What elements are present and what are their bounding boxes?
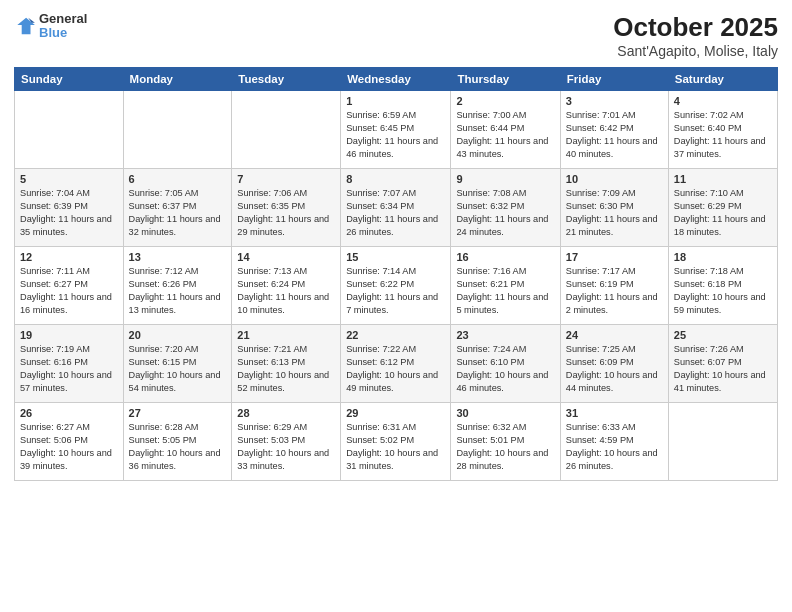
calendar-cell: 16Sunrise: 7:16 AM Sunset: 6:21 PM Dayli… (451, 247, 560, 325)
day-number: 26 (20, 407, 118, 419)
day-info: Sunrise: 7:13 AM Sunset: 6:24 PM Dayligh… (237, 265, 335, 317)
calendar-cell: 5Sunrise: 7:04 AM Sunset: 6:39 PM Daylig… (15, 169, 124, 247)
day-number: 9 (456, 173, 554, 185)
day-number: 7 (237, 173, 335, 185)
day-info: Sunrise: 7:05 AM Sunset: 6:37 PM Dayligh… (129, 187, 227, 239)
day-info: Sunrise: 6:29 AM Sunset: 5:03 PM Dayligh… (237, 421, 335, 473)
day-info: Sunrise: 7:12 AM Sunset: 6:26 PM Dayligh… (129, 265, 227, 317)
page: General Blue October 2025 Sant'Agapito, … (0, 0, 792, 612)
day-header-friday: Friday (560, 68, 668, 91)
calendar-cell: 30Sunrise: 6:32 AM Sunset: 5:01 PM Dayli… (451, 403, 560, 481)
calendar-cell: 8Sunrise: 7:07 AM Sunset: 6:34 PM Daylig… (341, 169, 451, 247)
day-info: Sunrise: 7:19 AM Sunset: 6:16 PM Dayligh… (20, 343, 118, 395)
calendar-cell: 2Sunrise: 7:00 AM Sunset: 6:44 PM Daylig… (451, 91, 560, 169)
day-number: 12 (20, 251, 118, 263)
day-number: 23 (456, 329, 554, 341)
calendar-cell: 29Sunrise: 6:31 AM Sunset: 5:02 PM Dayli… (341, 403, 451, 481)
calendar-cell: 22Sunrise: 7:22 AM Sunset: 6:12 PM Dayli… (341, 325, 451, 403)
calendar-week-4: 19Sunrise: 7:19 AM Sunset: 6:16 PM Dayli… (15, 325, 778, 403)
day-number: 11 (674, 173, 772, 185)
svg-marker-0 (17, 18, 35, 35)
day-number: 31 (566, 407, 663, 419)
calendar-cell: 31Sunrise: 6:33 AM Sunset: 4:59 PM Dayli… (560, 403, 668, 481)
day-number: 25 (674, 329, 772, 341)
day-number: 19 (20, 329, 118, 341)
day-number: 20 (129, 329, 227, 341)
day-header-wednesday: Wednesday (341, 68, 451, 91)
calendar-cell: 9Sunrise: 7:08 AM Sunset: 6:32 PM Daylig… (451, 169, 560, 247)
day-number: 6 (129, 173, 227, 185)
logo-icon (14, 15, 36, 37)
day-info: Sunrise: 7:09 AM Sunset: 6:30 PM Dayligh… (566, 187, 663, 239)
calendar-cell: 10Sunrise: 7:09 AM Sunset: 6:30 PM Dayli… (560, 169, 668, 247)
day-info: Sunrise: 7:22 AM Sunset: 6:12 PM Dayligh… (346, 343, 445, 395)
logo-line2: Blue (39, 26, 87, 40)
calendar-week-1: 1Sunrise: 6:59 AM Sunset: 6:45 PM Daylig… (15, 91, 778, 169)
calendar-cell: 15Sunrise: 7:14 AM Sunset: 6:22 PM Dayli… (341, 247, 451, 325)
day-info: Sunrise: 6:32 AM Sunset: 5:01 PM Dayligh… (456, 421, 554, 473)
day-number: 22 (346, 329, 445, 341)
day-info: Sunrise: 7:25 AM Sunset: 6:09 PM Dayligh… (566, 343, 663, 395)
day-number: 17 (566, 251, 663, 263)
day-info: Sunrise: 6:33 AM Sunset: 4:59 PM Dayligh… (566, 421, 663, 473)
day-number: 24 (566, 329, 663, 341)
calendar-cell: 12Sunrise: 7:11 AM Sunset: 6:27 PM Dayli… (15, 247, 124, 325)
calendar-cell: 20Sunrise: 7:20 AM Sunset: 6:15 PM Dayli… (123, 325, 232, 403)
day-info: Sunrise: 7:10 AM Sunset: 6:29 PM Dayligh… (674, 187, 772, 239)
day-info: Sunrise: 6:31 AM Sunset: 5:02 PM Dayligh… (346, 421, 445, 473)
calendar-cell: 23Sunrise: 7:24 AM Sunset: 6:10 PM Dayli… (451, 325, 560, 403)
day-info: Sunrise: 7:01 AM Sunset: 6:42 PM Dayligh… (566, 109, 663, 161)
calendar-cell: 3Sunrise: 7:01 AM Sunset: 6:42 PM Daylig… (560, 91, 668, 169)
day-number: 5 (20, 173, 118, 185)
logo-line1: General (39, 12, 87, 26)
day-number: 18 (674, 251, 772, 263)
calendar-header-row: SundayMondayTuesdayWednesdayThursdayFrid… (15, 68, 778, 91)
day-header-thursday: Thursday (451, 68, 560, 91)
calendar-cell: 4Sunrise: 7:02 AM Sunset: 6:40 PM Daylig… (668, 91, 777, 169)
day-number: 30 (456, 407, 554, 419)
calendar-cell: 27Sunrise: 6:28 AM Sunset: 5:05 PM Dayli… (123, 403, 232, 481)
title-block: October 2025 Sant'Agapito, Molise, Italy (613, 12, 778, 59)
calendar-cell (123, 91, 232, 169)
day-number: 2 (456, 95, 554, 107)
day-number: 8 (346, 173, 445, 185)
calendar-subtitle: Sant'Agapito, Molise, Italy (613, 43, 778, 59)
day-info: Sunrise: 7:11 AM Sunset: 6:27 PM Dayligh… (20, 265, 118, 317)
calendar-cell: 25Sunrise: 7:26 AM Sunset: 6:07 PM Dayli… (668, 325, 777, 403)
calendar-cell: 7Sunrise: 7:06 AM Sunset: 6:35 PM Daylig… (232, 169, 341, 247)
day-number: 1 (346, 95, 445, 107)
day-header-sunday: Sunday (15, 68, 124, 91)
day-info: Sunrise: 7:21 AM Sunset: 6:13 PM Dayligh… (237, 343, 335, 395)
logo-text: General Blue (39, 12, 87, 41)
calendar-week-5: 26Sunrise: 6:27 AM Sunset: 5:06 PM Dayli… (15, 403, 778, 481)
day-number: 27 (129, 407, 227, 419)
calendar-week-3: 12Sunrise: 7:11 AM Sunset: 6:27 PM Dayli… (15, 247, 778, 325)
day-info: Sunrise: 7:17 AM Sunset: 6:19 PM Dayligh… (566, 265, 663, 317)
calendar-cell (668, 403, 777, 481)
calendar-cell (232, 91, 341, 169)
calendar-week-2: 5Sunrise: 7:04 AM Sunset: 6:39 PM Daylig… (15, 169, 778, 247)
calendar-cell: 14Sunrise: 7:13 AM Sunset: 6:24 PM Dayli… (232, 247, 341, 325)
day-info: Sunrise: 6:28 AM Sunset: 5:05 PM Dayligh… (129, 421, 227, 473)
calendar-cell: 11Sunrise: 7:10 AM Sunset: 6:29 PM Dayli… (668, 169, 777, 247)
day-header-tuesday: Tuesday (232, 68, 341, 91)
calendar-cell: 13Sunrise: 7:12 AM Sunset: 6:26 PM Dayli… (123, 247, 232, 325)
calendar-cell: 1Sunrise: 6:59 AM Sunset: 6:45 PM Daylig… (341, 91, 451, 169)
logo: General Blue (14, 12, 87, 41)
day-info: Sunrise: 7:06 AM Sunset: 6:35 PM Dayligh… (237, 187, 335, 239)
day-info: Sunrise: 7:20 AM Sunset: 6:15 PM Dayligh… (129, 343, 227, 395)
day-info: Sunrise: 6:59 AM Sunset: 6:45 PM Dayligh… (346, 109, 445, 161)
day-info: Sunrise: 7:14 AM Sunset: 6:22 PM Dayligh… (346, 265, 445, 317)
calendar-cell: 6Sunrise: 7:05 AM Sunset: 6:37 PM Daylig… (123, 169, 232, 247)
day-number: 14 (237, 251, 335, 263)
day-info: Sunrise: 6:27 AM Sunset: 5:06 PM Dayligh… (20, 421, 118, 473)
day-info: Sunrise: 7:02 AM Sunset: 6:40 PM Dayligh… (674, 109, 772, 161)
calendar-cell (15, 91, 124, 169)
day-info: Sunrise: 7:24 AM Sunset: 6:10 PM Dayligh… (456, 343, 554, 395)
calendar-title: October 2025 (613, 12, 778, 43)
calendar-table: SundayMondayTuesdayWednesdayThursdayFrid… (14, 67, 778, 481)
calendar-cell: 28Sunrise: 6:29 AM Sunset: 5:03 PM Dayli… (232, 403, 341, 481)
day-number: 21 (237, 329, 335, 341)
header: General Blue October 2025 Sant'Agapito, … (14, 12, 778, 59)
day-number: 4 (674, 95, 772, 107)
